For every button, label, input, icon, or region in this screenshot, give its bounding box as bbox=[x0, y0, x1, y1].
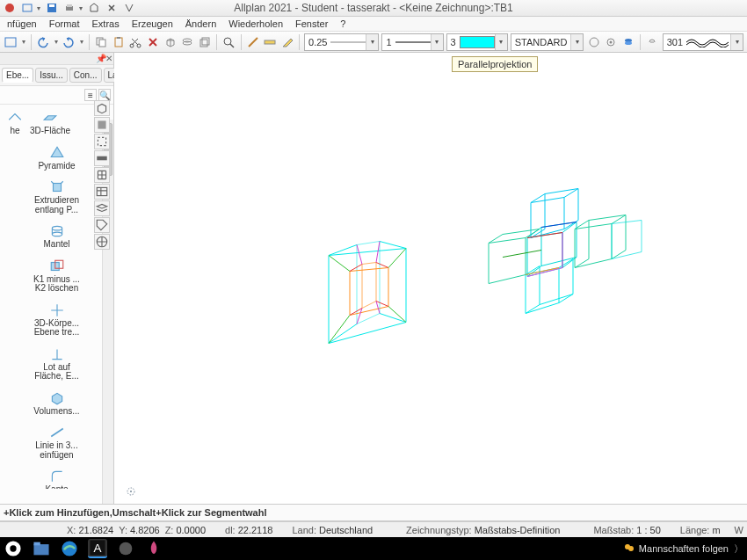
paint-icon[interactable] bbox=[586, 33, 601, 51]
measure-icon[interactable] bbox=[245, 33, 260, 51]
status-x: 21.6824 bbox=[78, 525, 113, 535]
link-icon[interactable] bbox=[645, 33, 660, 51]
color-swatch bbox=[460, 36, 495, 48]
menu-help[interactable]: ? bbox=[335, 18, 351, 30]
zoom-icon[interactable] bbox=[221, 33, 236, 51]
status-scale[interactable]: 1 : 50 bbox=[636, 525, 661, 535]
edit-icon[interactable] bbox=[280, 33, 295, 51]
dropdown-icon[interactable]: ▾ bbox=[77, 4, 84, 12]
view-section-icon[interactable] bbox=[94, 150, 110, 166]
tool-icon[interactable] bbox=[86, 2, 102, 15]
dropdown-icon[interactable]: ▾ bbox=[730, 34, 743, 50]
tab-ebe[interactable]: Ebe... bbox=[2, 68, 33, 83]
print-icon[interactable] bbox=[62, 2, 77, 15]
paste-icon[interactable] bbox=[112, 33, 127, 51]
cube-icon[interactable] bbox=[163, 33, 178, 51]
view-layers-icon[interactable] bbox=[94, 200, 110, 216]
dropdown-icon[interactable]: ▾ bbox=[495, 34, 507, 50]
menu-window[interactable]: Fenster bbox=[290, 18, 333, 30]
status-unit[interactable]: m bbox=[712, 525, 720, 535]
delete-icon[interactable] bbox=[146, 33, 161, 51]
tool-he[interactable]: he bbox=[5, 108, 25, 138]
tool-fillet[interactable]: Kante ausrunden bbox=[2, 467, 112, 489]
linestyle-combo[interactable]: 3 ▾ bbox=[446, 33, 508, 51]
view-grid-icon[interactable] bbox=[94, 167, 110, 183]
thickness-combo[interactable]: 0.25 ▾ bbox=[304, 33, 379, 51]
help-icon[interactable] bbox=[121, 2, 137, 15]
view-wire-icon[interactable] bbox=[94, 100, 110, 116]
stack-icon[interactable] bbox=[621, 33, 636, 51]
svg-point-39 bbox=[10, 545, 16, 551]
tool-boolean[interactable]: K1 minus ... K2 löschen bbox=[2, 257, 112, 295]
target-icon[interactable] bbox=[604, 33, 619, 51]
explorer-icon[interactable] bbox=[32, 539, 51, 558]
start-icon[interactable] bbox=[4, 539, 23, 558]
os-taskbar: A Mannschaften folgen 〉 bbox=[0, 537, 747, 560]
copy-icon[interactable] bbox=[94, 33, 109, 51]
command-prompt: +Klick zum Hinzufügen, Umschalt+Klick zu… bbox=[0, 504, 747, 521]
save-icon[interactable] bbox=[44, 2, 60, 15]
tool-3d-surface[interactable]: 3D-Fläche bbox=[28, 108, 72, 138]
dropdown-icon[interactable]: ▾ bbox=[431, 34, 443, 50]
dropdown-icon[interactable]: ▾ bbox=[366, 34, 378, 50]
tab-issu[interactable]: Issu... bbox=[35, 68, 68, 83]
allplan-icon[interactable]: A bbox=[88, 539, 107, 558]
menu-format[interactable]: Format bbox=[44, 18, 85, 30]
notification-icon[interactable]: Mannschaften folgen bbox=[623, 542, 729, 555]
ruler-icon[interactable] bbox=[263, 33, 278, 51]
layer-combo[interactable]: 301 ▾ bbox=[663, 33, 743, 51]
drawing-canvas[interactable] bbox=[114, 53, 747, 504]
view-tag-icon[interactable] bbox=[94, 217, 110, 233]
menu-insert[interactable]: nfügen bbox=[2, 18, 42, 30]
menu-modify[interactable]: Ändern bbox=[180, 18, 221, 30]
flame-icon[interactable] bbox=[144, 539, 163, 558]
tool-plane[interactable]: 3D-Körpe... Ebene tre... bbox=[2, 301, 112, 339]
close-icon[interactable]: ✕ bbox=[105, 54, 113, 63]
tool-perpendicular[interactable]: Lot auf Fläche, E... bbox=[2, 345, 112, 383]
svg-rect-26 bbox=[53, 184, 61, 192]
edge-icon[interactable] bbox=[60, 539, 79, 558]
pin-icon[interactable]: 📌 bbox=[96, 54, 105, 63]
svg-point-45 bbox=[120, 542, 133, 556]
window-icon[interactable] bbox=[19, 2, 35, 15]
status-land[interactable]: Deutschland bbox=[319, 525, 373, 535]
tray-chevron-icon[interactable]: 〉 bbox=[734, 542, 743, 556]
menu-redo[interactable]: Wiederholen bbox=[223, 18, 288, 30]
pen-value: 1 bbox=[382, 37, 395, 47]
cross-icon[interactable] bbox=[104, 2, 120, 15]
view-hidden-icon[interactable] bbox=[94, 134, 110, 149]
dropdown-icon[interactable]: ▾ bbox=[570, 34, 583, 50]
status-type[interactable]: Maßstabs-Definition bbox=[475, 525, 561, 535]
pen-combo[interactable]: 1 ▾ bbox=[381, 33, 443, 51]
svg-rect-41 bbox=[33, 542, 40, 546]
dropdown-icon[interactable]: ▾ bbox=[35, 4, 42, 12]
standard-combo[interactable]: STANDARD ▾ bbox=[511, 33, 584, 51]
linestyle-value: 3 bbox=[447, 37, 460, 47]
svg-rect-31 bbox=[98, 120, 105, 128]
dropdown-icon[interactable]: ▾ bbox=[79, 38, 84, 46]
list-icon[interactable]: ≡ bbox=[84, 89, 97, 101]
settings-icon[interactable] bbox=[116, 539, 135, 558]
tool-volume[interactable]: Volumens... bbox=[2, 389, 112, 418]
search-icon[interactable]: 🔍 bbox=[98, 89, 111, 101]
box-icon[interactable] bbox=[198, 33, 213, 51]
dropdown-icon[interactable]: ▾ bbox=[54, 38, 59, 46]
tool-line3d[interactable]: Linie in 3... einfügen bbox=[2, 423, 112, 462]
tooltip: Parallelprojektion bbox=[452, 56, 538, 72]
menu-icon[interactable] bbox=[2, 2, 18, 15]
redo-icon[interactable] bbox=[62, 33, 76, 51]
undo-icon[interactable] bbox=[36, 33, 51, 51]
tab-con[interactable]: Con... bbox=[69, 68, 102, 83]
window-icon[interactable] bbox=[4, 33, 18, 51]
view-globe-icon[interactable] bbox=[94, 234, 110, 250]
view-shade-icon[interactable] bbox=[94, 117, 110, 133]
cut-icon[interactable] bbox=[128, 33, 143, 51]
svg-point-12 bbox=[137, 44, 141, 47]
svg-rect-16 bbox=[202, 38, 209, 45]
view-table-icon[interactable] bbox=[94, 184, 110, 200]
main-toolbar: ▾ ▾ ▾ 0.25 ▾ 1 ▾ 3 ▾ STANDARD ▾ 301 ▾ bbox=[0, 32, 747, 53]
layers-icon[interactable] bbox=[180, 33, 195, 51]
menu-create[interactable]: Erzeugen bbox=[127, 18, 178, 30]
dropdown-icon[interactable]: ▾ bbox=[21, 38, 26, 46]
menu-extras[interactable]: Extras bbox=[87, 18, 125, 30]
